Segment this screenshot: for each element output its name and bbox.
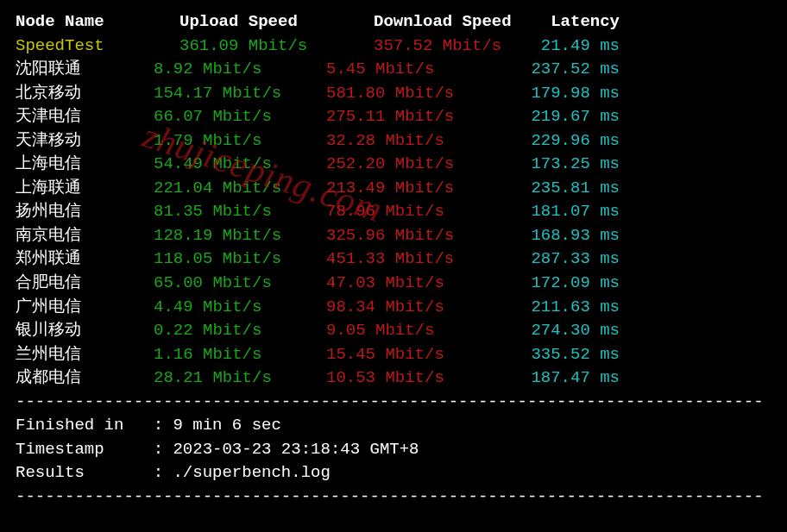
- upload-value: 54.49 Mbit/s: [154, 153, 326, 177]
- header-latency: Latency: [499, 10, 620, 34]
- latency-value: 211.63 ms: [499, 296, 620, 320]
- table-row: 兰州电信1.16 Mbit/s15.45 Mbit/s335.52 ms: [16, 343, 771, 367]
- upload-value: 118.05 Mbit/s: [154, 247, 326, 272]
- node-name: 广州电信: [16, 296, 154, 320]
- download-value: 275.11 Mbit/s: [326, 105, 499, 129]
- upload-value: 128.19 Mbit/s: [154, 224, 326, 248]
- node-name: 郑州联通: [16, 247, 154, 272]
- table-row: 广州电信4.49 Mbit/s98.34 Mbit/s211.63 ms: [16, 296, 771, 320]
- latency-value: 287.33 ms: [499, 247, 620, 272]
- table-row: 上海联通221.04 Mbit/s213.49 Mbit/s235.81 ms: [16, 177, 771, 201]
- download-value: 9.05 Mbit/s: [326, 319, 499, 343]
- footer-timestamp: Timestamp : 2023-03-23 23:18:43 GMT+8: [16, 438, 771, 462]
- finished-value: 9 min 6 sec: [173, 416, 280, 435]
- node-name: 扬州电信: [16, 200, 154, 224]
- download-value: 10.53 Mbit/s: [326, 366, 499, 391]
- node-name: 北京移动: [16, 82, 154, 106]
- speedtest-latency: 21.49 ms: [499, 34, 620, 59]
- latency-value: 229.96 ms: [499, 129, 620, 153]
- upload-value: 81.35 Mbit/s: [154, 200, 326, 224]
- table-row: 郑州联通118.05 Mbit/s451.33 Mbit/s287.33 ms: [16, 247, 771, 272]
- latency-value: 181.07 ms: [499, 200, 620, 224]
- speedtest-download: 357.52 Mbit/s: [326, 34, 499, 59]
- table-row: 上海电信54.49 Mbit/s252.20 Mbit/s173.25 ms: [16, 153, 771, 177]
- timestamp-label: Timestamp: [16, 440, 104, 459]
- download-value: 32.28 Mbit/s: [326, 129, 499, 153]
- upload-value: 8.92 Mbit/s: [154, 58, 326, 82]
- footer-finished: Finished in : 9 min 6 sec: [16, 414, 771, 438]
- upload-value: 65.00 Mbit/s: [154, 272, 326, 296]
- speedtest-name: SpeedTest: [16, 34, 154, 59]
- node-name: 天津电信: [16, 105, 154, 129]
- download-value: 78.96 Mbit/s: [326, 200, 499, 224]
- node-name: 合肥电信: [16, 272, 154, 296]
- table-row: 银川移动0.22 Mbit/s9.05 Mbit/s274.30 ms: [16, 319, 771, 343]
- latency-value: 274.30 ms: [499, 319, 620, 343]
- download-value: 213.49 Mbit/s: [326, 177, 499, 201]
- header-download: Download Speed: [326, 10, 499, 34]
- node-name: 南京电信: [16, 224, 154, 248]
- table-row: 天津移动1.79 Mbit/s32.28 Mbit/s229.96 ms: [16, 129, 771, 153]
- table-row: 扬州电信81.35 Mbit/s78.96 Mbit/s181.07 ms: [16, 200, 771, 224]
- node-name: 沈阳联通: [16, 58, 154, 82]
- latency-value: 187.47 ms: [499, 366, 620, 391]
- download-value: 581.80 Mbit/s: [326, 82, 499, 106]
- upload-value: 0.22 Mbit/s: [154, 319, 326, 343]
- divider-line-bottom: ----------------------------------------…: [16, 485, 771, 510]
- upload-value: 221.04 Mbit/s: [154, 177, 326, 201]
- results-value: ./superbench.log: [173, 463, 330, 482]
- node-name: 上海电信: [16, 153, 154, 177]
- speedtest-upload: 361.09 Mbit/s: [154, 34, 326, 59]
- latency-value: 179.98 ms: [499, 82, 620, 106]
- table-row: 天津电信66.07 Mbit/s275.11 Mbit/s219.67 ms: [16, 105, 771, 129]
- download-value: 325.96 Mbit/s: [326, 224, 499, 248]
- latency-value: 173.25 ms: [499, 153, 620, 177]
- footer-results: Results : ./superbench.log: [16, 461, 771, 485]
- upload-value: 154.17 Mbit/s: [154, 82, 326, 106]
- node-name: 天津移动: [16, 129, 154, 153]
- upload-value: 4.49 Mbit/s: [154, 296, 326, 320]
- data-rows-container: 沈阳联通8.92 Mbit/s5.45 Mbit/s237.52 ms北京移动1…: [16, 58, 771, 391]
- upload-value: 1.79 Mbit/s: [154, 129, 326, 153]
- latency-value: 335.52 ms: [499, 343, 620, 367]
- download-value: 98.34 Mbit/s: [326, 296, 499, 320]
- node-name: 上海联通: [16, 177, 154, 201]
- download-value: 252.20 Mbit/s: [326, 153, 499, 177]
- results-label: Results: [16, 463, 85, 482]
- table-header: Node Name Upload Speed Download Speed La…: [16, 10, 771, 34]
- table-row: 合肥电信65.00 Mbit/s47.03 Mbit/s172.09 ms: [16, 272, 771, 296]
- table-row: 沈阳联通8.92 Mbit/s5.45 Mbit/s237.52 ms: [16, 58, 771, 82]
- upload-value: 66.07 Mbit/s: [154, 105, 326, 129]
- download-value: 15.45 Mbit/s: [326, 343, 499, 367]
- header-upload: Upload Speed: [154, 10, 326, 34]
- table-row: 南京电信128.19 Mbit/s325.96 Mbit/s168.93 ms: [16, 224, 771, 248]
- header-node: Node Name: [16, 10, 154, 34]
- upload-value: 1.16 Mbit/s: [154, 343, 326, 367]
- upload-value: 28.21 Mbit/s: [154, 366, 326, 391]
- download-value: 47.03 Mbit/s: [326, 272, 499, 296]
- table-row: 成都电信28.21 Mbit/s10.53 Mbit/s187.47 ms: [16, 366, 771, 391]
- finished-label: Finished in: [16, 416, 123, 435]
- latency-value: 237.52 ms: [499, 58, 620, 82]
- divider-line: ----------------------------------------…: [16, 391, 771, 415]
- download-value: 451.33 Mbit/s: [326, 247, 499, 272]
- timestamp-value: 2023-03-23 23:18:43 GMT+8: [173, 440, 419, 459]
- table-row: 北京移动154.17 Mbit/s581.80 Mbit/s179.98 ms: [16, 82, 771, 106]
- node-name: 成都电信: [16, 366, 154, 391]
- latency-value: 168.93 ms: [499, 224, 620, 248]
- node-name: 兰州电信: [16, 343, 154, 367]
- latency-value: 172.09 ms: [499, 272, 620, 296]
- node-name: 银川移动: [16, 319, 154, 343]
- speedtest-row: SpeedTest 361.09 Mbit/s 357.52 Mbit/s 21…: [16, 34, 771, 59]
- latency-value: 219.67 ms: [499, 105, 620, 129]
- download-value: 5.45 Mbit/s: [326, 58, 499, 82]
- latency-value: 235.81 ms: [499, 177, 620, 201]
